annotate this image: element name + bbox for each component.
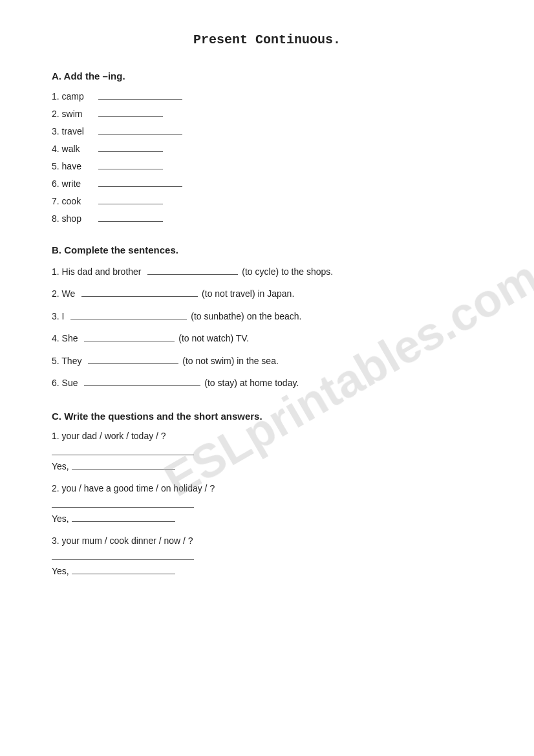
yes-label: Yes, [52,513,69,524]
list-item: 3. your mum / cook dinner / now / ? Yes, [52,535,482,576]
list-item: 2. We (to not travel) in Japan. [52,286,482,301]
item-hint: (to cycle) to the shops. [242,266,333,277]
list-item: 1. your dad / work / today / ? Yes, [52,431,482,471]
list-item: 6. Sue (to stay) at home today. [52,376,482,390]
item-number: 6. Sue [52,378,78,388]
yes-line: Yes, [52,513,482,524]
item-label: 2. swim [52,109,97,119]
section-b: B. Complete the sentences. 1. His dad an… [52,244,482,390]
answer-blank[interactable] [84,377,200,386]
item-number: 1. His dad and brother [52,266,142,277]
list-item: 1. His dad and brother (to cycle) to the… [52,265,482,279]
section-c: C. Write the questions and the short ans… [52,411,482,576]
item-hint: (to sunbathe) on the beach. [191,311,301,321]
yes-answer-blank[interactable] [72,460,175,470]
item-label: 6. write [52,178,97,189]
item-label: 1. camp [52,91,97,102]
item-number: 2. We [52,288,75,299]
section-a-title: A. Add the –ing. [52,70,482,81]
item-number: 4. She [52,333,78,343]
item-number: 3. I [52,311,64,321]
yes-label: Yes, [52,461,69,471]
item-hint: (to not watch) TV. [178,333,249,343]
list-item: 5. have [52,160,482,171]
list-item: 4. She (to not watch) TV. [52,331,482,345]
item-label: 8. shop [52,213,97,224]
answer-blank[interactable] [98,108,163,117]
answer-blank[interactable] [52,551,194,560]
list-item: 2. you / have a good time / on holiday /… [52,483,482,524]
section-a: A. Add the –ing. 1. camp 2. swim 3. trav… [52,70,482,224]
list-item: 3. I (to sunbathe) on the beach. [52,309,482,323]
list-item: 6. write [52,178,482,189]
list-item: 7. cook [52,195,482,206]
answer-blank[interactable] [98,195,163,204]
item-hint: (to stay) at home today. [204,378,299,388]
yes-label: Yes, [52,566,69,576]
section-c-title: C. Write the questions and the short ans… [52,411,482,422]
yes-line: Yes, [52,460,482,471]
list-item: 4. walk [52,143,482,154]
answer-blank[interactable] [70,310,187,319]
item-label: 4. walk [52,144,97,154]
question-prompt: 1. your dad / work / today / ? [52,431,482,441]
question-prompt: 3. your mum / cook dinner / now / ? [52,535,482,546]
list-item: 8. shop [52,213,482,224]
section-b-title: B. Complete the sentences. [52,244,482,255]
item-label: 7. cook [52,196,97,206]
answer-blank[interactable] [52,446,194,455]
item-hint: (to not swim) in the sea. [182,356,279,366]
list-item: 1. camp [52,91,482,102]
answer-blank[interactable] [98,213,163,222]
answer-blank[interactable] [98,178,182,187]
list-item: 5. They (to not swim) in the sea. [52,354,482,368]
answer-blank[interactable] [84,332,175,341]
question-prompt: 2. you / have a good time / on holiday /… [52,483,482,493]
list-item: 3. travel [52,125,482,136]
answer-blank[interactable] [147,266,238,275]
answer-blank[interactable] [98,125,182,135]
yes-line: Yes, [52,565,482,576]
answer-blank[interactable] [98,91,182,100]
page-title: Present Continuous. [52,32,482,47]
answer-blank[interactable] [52,499,194,508]
item-number: 5. They [52,356,81,366]
answer-blank[interactable] [98,160,163,169]
item-label: 5. have [52,161,97,171]
yes-answer-blank[interactable] [72,565,175,574]
answer-blank[interactable] [88,355,178,364]
list-item: 2. swim [52,108,482,119]
item-label: 3. travel [52,126,97,136]
yes-answer-blank[interactable] [72,513,175,522]
item-hint: (to not travel) in Japan. [202,288,294,299]
answer-blank[interactable] [81,288,198,297]
answer-blank[interactable] [98,143,163,152]
